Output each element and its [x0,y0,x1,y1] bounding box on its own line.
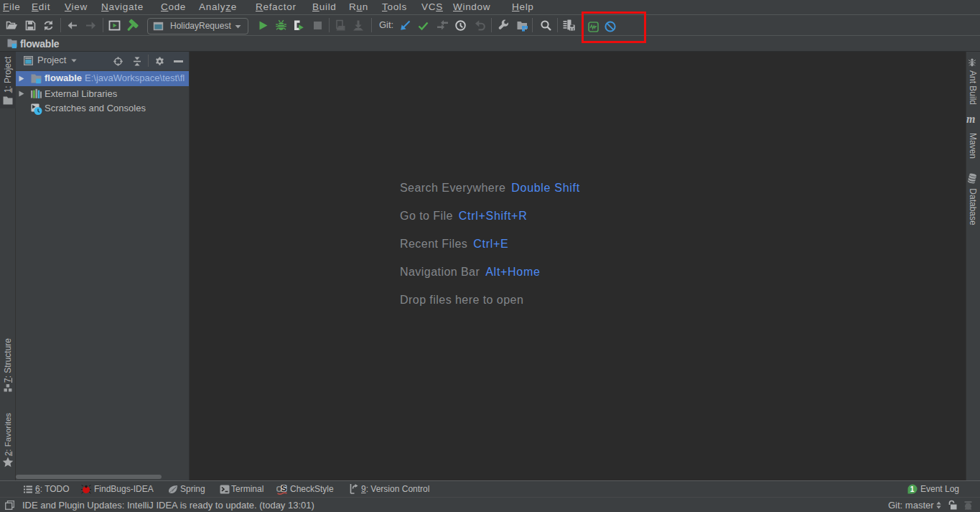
svg-text:S: S [281,484,286,493]
svg-text:1: 1 [910,485,915,493]
